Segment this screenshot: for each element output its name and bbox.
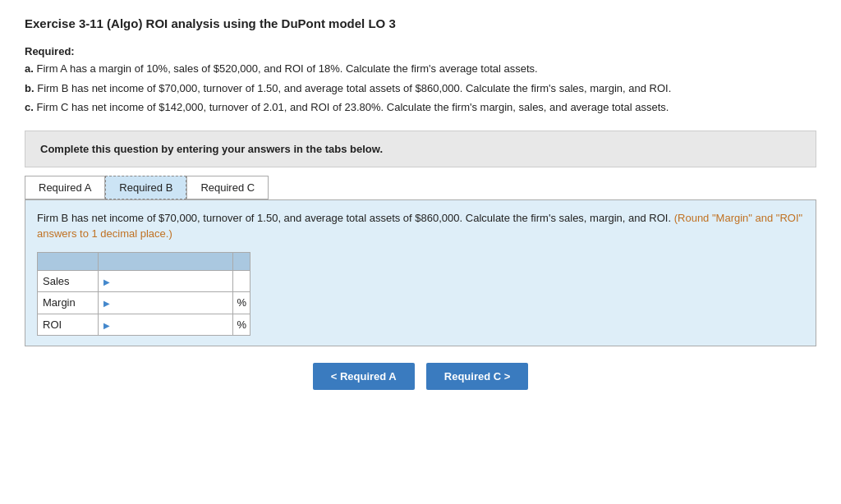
data-table: Sales ▶ Margin ▶ % ROI ▶ — [37, 252, 250, 337]
tabs-container: Required A Required B Required C — [25, 176, 816, 200]
sales-unit — [233, 270, 250, 292]
sales-triangle: ▶ — [103, 277, 110, 286]
content-description: Firm B has net income of $70,000, turnov… — [37, 212, 671, 224]
sales-input[interactable] — [115, 275, 189, 287]
letter-c: c. — [25, 101, 34, 113]
margin-label: Margin — [38, 292, 99, 314]
table-row-margin: Margin ▶ % — [38, 292, 250, 314]
tab-content: Firm B has net income of $70,000, turnov… — [25, 200, 816, 347]
tab-required-c[interactable]: Required C — [186, 176, 269, 199]
roi-label: ROI — [38, 314, 99, 336]
instruction-a-text: Firm A has a margin of 10%, sales of $52… — [36, 62, 537, 75]
instructions-list: a. Firm A has a margin of 10%, sales of … — [25, 61, 816, 116]
table-row-roi: ROI ▶ % — [38, 314, 250, 336]
table-row-sales: Sales ▶ — [38, 270, 250, 292]
next-button[interactable]: Required C > — [426, 363, 529, 390]
margin-triangle: ▶ — [103, 299, 110, 308]
required-label: Required: — [25, 45, 816, 57]
col-header-value — [99, 252, 233, 270]
instruction-c-text: Firm C has net income of $142,000, turno… — [36, 101, 669, 113]
page-title: Exercise 3-11 (Algo) ROI analysis using … — [25, 16, 816, 30]
col-header-unit — [233, 252, 250, 270]
prev-button[interactable]: < Required A — [313, 363, 415, 390]
tab-required-b[interactable]: Required B — [105, 176, 186, 199]
nav-buttons: < Required A Required C > — [25, 363, 816, 390]
letter-b: b. — [25, 82, 34, 94]
instruction-c: c. Firm C has net income of $142,000, tu… — [25, 99, 816, 116]
letter-a: a. — [25, 62, 34, 75]
roi-triangle: ▶ — [103, 321, 110, 330]
margin-unit: % — [233, 292, 250, 314]
sales-label: Sales — [38, 270, 99, 292]
sales-input-cell[interactable]: ▶ — [99, 270, 233, 292]
roi-input-cell[interactable]: ▶ — [99, 314, 233, 336]
complete-box: Complete this question by entering your … — [25, 131, 816, 167]
roi-input[interactable] — [115, 318, 189, 331]
instruction-a: a. Firm A has a margin of 10%, sales of … — [25, 61, 816, 77]
instruction-b-text: Firm B has net income of $70,000, turnov… — [37, 82, 671, 94]
col-header-label — [38, 252, 99, 270]
roi-unit: % — [233, 314, 250, 336]
margin-input[interactable] — [115, 296, 189, 309]
instruction-b: b. Firm B has net income of $70,000, tur… — [25, 80, 816, 97]
margin-input-cell[interactable]: ▶ — [99, 292, 233, 314]
tab-required-a[interactable]: Required A — [25, 176, 105, 199]
